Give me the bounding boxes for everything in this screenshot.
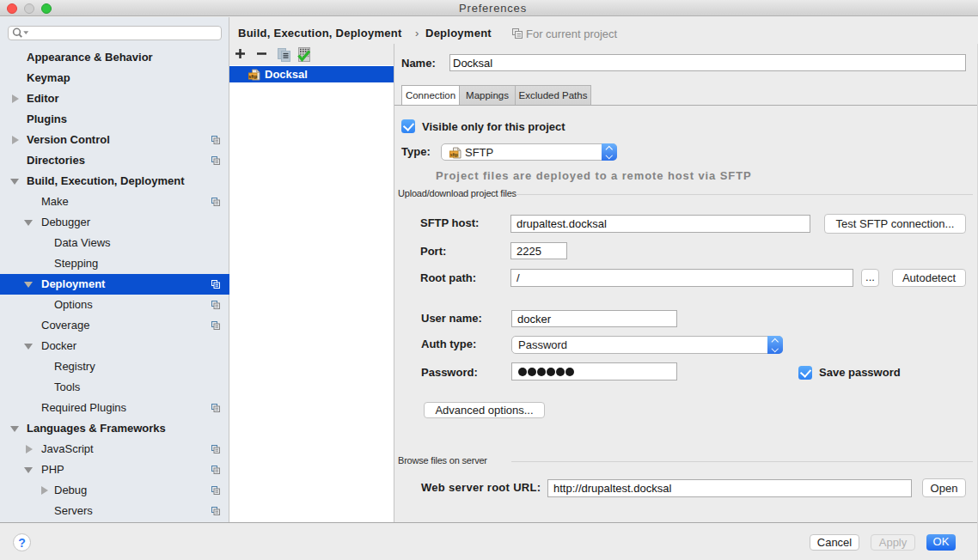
svg-text:sftp: sftp <box>248 74 258 79</box>
svg-text:sftp: sftp <box>450 152 458 157</box>
